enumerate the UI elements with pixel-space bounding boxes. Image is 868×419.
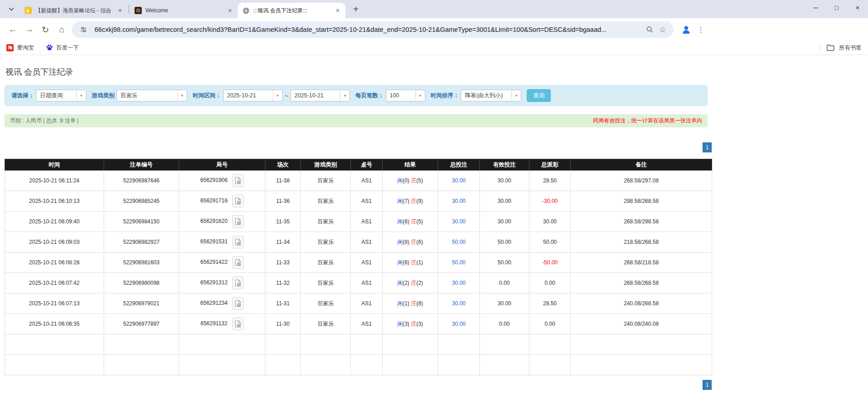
bookmark-taobao[interactable]: 淘 爱淘宝 (6, 44, 34, 52)
minimize-button[interactable]: ─ (805, 0, 826, 15)
cell-game-type: 百家乐 (301, 252, 351, 273)
cell-table-no: AS1 (351, 273, 383, 293)
summary-cell: 小计 (5, 334, 104, 355)
tab-search-chevron-icon[interactable] (5, 2, 18, 16)
cell-table-no: AS1 (351, 171, 383, 191)
video-record-icon[interactable] (232, 277, 244, 289)
tab-close-icon[interactable]: × (226, 6, 234, 15)
video-record-icon[interactable] (232, 318, 244, 330)
game-type-select[interactable]: 百家乐 ▼ (116, 90, 187, 101)
tab-close-icon[interactable]: × (116, 6, 124, 15)
page-1-button[interactable]: 1 (703, 380, 712, 390)
total-bet-link[interactable]: 30.00 (452, 321, 465, 327)
profile-avatar[interactable] (678, 21, 694, 38)
cell-session: 11-34 (265, 232, 301, 252)
cell-total-bet[interactable]: 50.00 (438, 232, 480, 252)
maximize-button[interactable]: □ (826, 0, 847, 15)
chevron-down-icon[interactable]: ▼ (76, 90, 86, 101)
tab-bet-records-active[interactable]: :::视讯 会员下注纪录::: × (238, 3, 345, 18)
chevron-down-icon[interactable]: ▼ (177, 90, 187, 101)
home-icon[interactable]: ⌂ (54, 21, 70, 38)
total-bet-link[interactable]: 30.00 (452, 280, 465, 286)
cell-total-bet[interactable]: 50.00 (438, 252, 480, 273)
video-record-icon[interactable] (232, 215, 244, 228)
cell-total-bet[interactable]: 30.00 (438, 212, 480, 232)
video-record-icon[interactable] (232, 256, 244, 269)
search-button[interactable]: 查询 (527, 89, 551, 102)
close-button[interactable]: × (847, 0, 868, 15)
video-record-icon[interactable] (232, 297, 244, 310)
cell-payout: 50.00 (529, 232, 571, 252)
sort-select[interactable]: 降幂(由大到小) ▼ (461, 90, 521, 101)
page-size-label: 每页笔数： (355, 92, 384, 100)
cell-note: 240.08/240.08 (571, 314, 712, 334)
chevron-down-icon[interactable]: ▼ (273, 90, 282, 101)
zoom-icon[interactable] (644, 23, 656, 36)
cell-total-bet[interactable]: 30.00 (438, 171, 480, 191)
table-row: 2025-10-21 06:09:40522906984150656291620… (5, 212, 712, 232)
bet-records-table: 时间注单编号局号场次游戏类别桌号结果总投注有效投注总派彩备注 2025-10-2… (5, 159, 712, 375)
column-header: 结果 (383, 159, 438, 171)
cell-total-bet[interactable]: 30.00 (438, 191, 480, 212)
all-bookmarks-label[interactable]: 所有书签 (839, 44, 862, 52)
chevron-down-icon[interactable]: ▼ (415, 90, 425, 101)
total-bet-link[interactable]: 50.00 (452, 259, 465, 266)
forward-icon[interactable]: → (21, 21, 37, 38)
cell-game-type: 百家乐 (301, 212, 351, 232)
table-row: 2025-10-21 06:10:13522906985245656291716… (5, 191, 712, 212)
cell-total-bet[interactable]: 30.00 (438, 293, 480, 314)
cell-payout: 0.00 (529, 314, 571, 334)
back-icon[interactable]: ← (5, 21, 21, 38)
page-size-select[interactable]: 100 ▼ (386, 90, 425, 101)
total-bet-link[interactable]: 50.00 (452, 239, 465, 245)
bookmarks-divider (820, 44, 820, 51)
video-record-icon[interactable] (232, 195, 244, 207)
total-bet-link[interactable]: 30.00 (452, 218, 465, 225)
cell-time: 2025-10-21 06:09:40 (5, 212, 104, 232)
url-text[interactable]: 66cxkj98.com/game/betrecord_search/kind3… (95, 26, 644, 33)
column-header: 注单编号 (104, 159, 179, 171)
table-header-row: 时间注单编号局号场次游戏类别桌号结果总投注有效投注总派彩备注 (5, 159, 712, 171)
chevron-down-icon[interactable]: ▼ (511, 90, 521, 101)
bookmarks-bar: 淘 爱淘宝 百度一下 所有书签 (0, 41, 868, 55)
cell-total-bet[interactable]: 30.00 (438, 273, 480, 293)
site-settings-icon[interactable] (77, 23, 90, 36)
table-row: 2025-10-21 06:06:35522906977897656291132… (5, 314, 712, 334)
page-content: 视讯 会员下注纪录 请选择： 日期查询 ▼ 游戏类别 百家乐 ▼ 时间区间： 2… (0, 66, 868, 390)
table-row: 2025-10-21 06:08:26522906981603656291422… (5, 252, 712, 273)
tab-forum[interactable]: 【新提醒】海燕策略论坛 - 综合 × (20, 3, 128, 18)
cell-game-type: 百家乐 (301, 314, 351, 334)
cell-note: 268.58/297.08 (571, 171, 712, 191)
cell-note: 218.58/268.58 (571, 232, 712, 252)
reload-icon[interactable]: ↻ (37, 21, 54, 38)
video-record-icon[interactable] (232, 174, 244, 187)
cell-round: 656291312 (179, 273, 265, 293)
cell-result: 闲(1) 庄(8) (383, 293, 438, 314)
tab-close-icon[interactable]: × (334, 6, 342, 15)
cell-total-bet[interactable]: 30.00 (438, 314, 480, 334)
total-bet-link[interactable]: 30.00 (452, 198, 465, 204)
url-bar[interactable]: 66cxkj98.com/game/betrecord_search/kind3… (72, 21, 673, 38)
new-tab-button[interactable]: + (349, 2, 363, 16)
cell-result: 闲(3) 庄(3) (383, 314, 438, 334)
query-type-select[interactable]: 日期查询 ▼ (36, 90, 86, 101)
chevron-down-icon[interactable]: ▼ (340, 90, 349, 101)
bookmark-baidu[interactable]: 百度一下 (46, 44, 79, 52)
note-warning-text: 同局有效投注，统一计算在该局第一张注单内 (593, 117, 702, 125)
cell-payout: -50.00 (529, 252, 571, 273)
globe-icon (242, 7, 249, 14)
date-range-tilde: ~ (285, 92, 289, 99)
page-1-button[interactable]: 1 (703, 142, 712, 152)
bookmark-star-icon[interactable]: ☆ (656, 23, 669, 36)
summary-cell (571, 355, 712, 375)
summary-row: 总计8280.00220.0057.00 (5, 355, 712, 375)
total-bet-link[interactable]: 30.00 (452, 177, 465, 184)
total-bet-link[interactable]: 30.00 (452, 300, 465, 307)
video-record-icon[interactable] (232, 236, 244, 248)
date-end-input[interactable]: 2025-10-21 ▼ (290, 90, 350, 101)
tab-welcome[interactable]: Welcome × (130, 3, 238, 18)
cell-valid-bet: 30.00 (480, 293, 529, 314)
date-start-input[interactable]: 2025-10-21 ▼ (223, 90, 283, 101)
browser-menu-icon[interactable]: ⋮ (694, 21, 707, 38)
cell-result: 闲(0) 庄(5) (383, 171, 438, 191)
